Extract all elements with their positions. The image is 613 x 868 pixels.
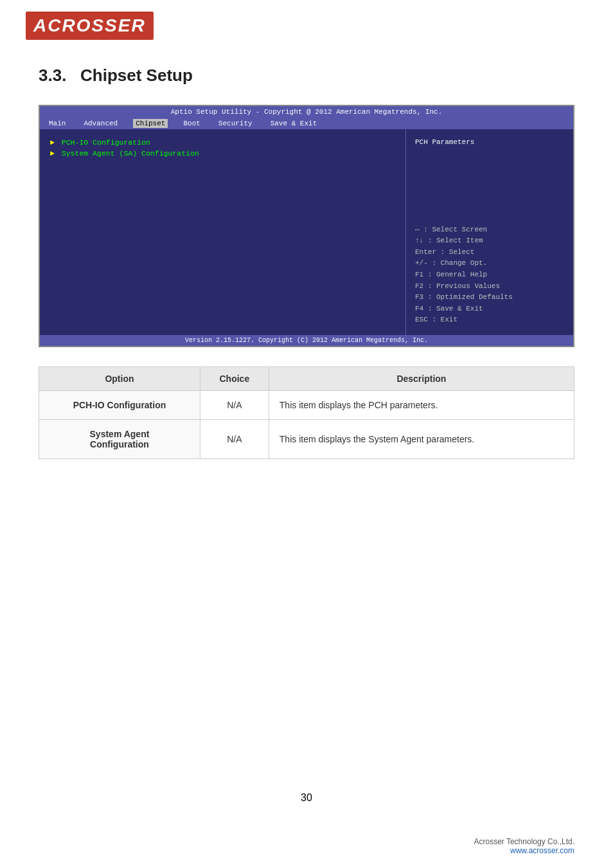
arrow-icon: ►	[50, 138, 55, 147]
bios-item-sa[interactable]: ► System Agent (SA) Configuration	[50, 149, 395, 158]
table-header-row: Option Choice Description	[39, 367, 574, 391]
bios-menu-bar: Main Advanced Chipset Boot Security Save…	[40, 118, 573, 129]
bios-item-pch[interactable]: ► PCH-IO Configuration	[50, 138, 395, 147]
bios-help-f4: F4 : Save & Exit	[415, 303, 564, 315]
page-number-area: 30	[0, 792, 613, 804]
bios-help-esc: ESC : Exit	[415, 314, 564, 326]
choice-pch: N/A	[200, 391, 269, 420]
bios-help-f1: F1 : General Help	[415, 269, 564, 281]
logo-text: ACROSSER	[33, 15, 146, 36]
col-header-option: Option	[39, 367, 200, 391]
bios-help-f3: F3 : Optimized Defaults	[415, 292, 564, 303]
bios-help-change-opt: +/- : Change Opt.	[415, 258, 564, 269]
bios-help-select-screen: ↔ : Select Screen	[415, 224, 564, 236]
description-sa: This item displays the System Agent para…	[269, 420, 574, 459]
option-pch: PCH-IO Configuration	[39, 391, 200, 420]
page-number: 30	[301, 792, 312, 803]
section-number: 3.3.	[39, 66, 66, 85]
option-sa: System Agent Configuration	[39, 420, 200, 459]
table-row: System Agent Configuration N/A This item…	[39, 420, 574, 459]
bios-help-f2: F2 : Previous Values	[415, 281, 564, 293]
bios-right-description: PCH Parameters	[415, 138, 564, 146]
bios-screen: Aptio Setup Utility - Copyright @ 2012 A…	[39, 105, 574, 347]
company-footer: Acrosser Technology Co.,Ltd. www.acrosse…	[474, 837, 574, 855]
data-table: Option Choice Description PCH-IO Configu…	[39, 366, 574, 459]
choice-sa: N/A	[200, 420, 269, 459]
bios-title-bar: Aptio Setup Utility - Copyright @ 2012 A…	[40, 106, 573, 118]
bios-body: ► PCH-IO Configuration ► System Agent (S…	[40, 129, 573, 335]
table-row: PCH-IO Configuration N/A This item displ…	[39, 391, 574, 420]
bios-help-enter: Enter : Select	[415, 247, 564, 258]
bios-right-panel: PCH Parameters ↔ : Select Screen ↑↓ : Se…	[406, 129, 573, 335]
bios-footer: Version 2.15.1227. Copyright (C) 2012 Am…	[40, 335, 573, 346]
logo: ACROSSER	[26, 12, 154, 40]
bios-help-section: ↔ : Select Screen ↑↓ : Select Item Enter…	[415, 224, 564, 326]
company-website: www.acrosser.com	[474, 846, 574, 855]
page-content: 3.3. Chipset Setup Aptio Setup Utility -…	[0, 46, 613, 511]
section-title: Chipset Setup	[80, 66, 193, 85]
logo-area: ACROSSER	[0, 0, 613, 46]
bios-menu-security[interactable]: Security	[216, 119, 255, 128]
bios-menu-main[interactable]: Main	[46, 119, 68, 128]
bios-menu-save-exit[interactable]: Save & Exit	[268, 119, 320, 128]
bios-help-select-item: ↑↓ : Select Item	[415, 235, 564, 247]
bios-menu-boot[interactable]: Boot	[181, 119, 202, 128]
bios-menu-advanced[interactable]: Advanced	[81, 119, 120, 128]
section-heading: 3.3. Chipset Setup	[39, 66, 574, 86]
arrow-icon-2: ►	[50, 149, 55, 158]
description-pch: This item displays the PCH parameters.	[269, 391, 574, 420]
col-header-choice: Choice	[200, 367, 269, 391]
company-name: Acrosser Technology Co.,Ltd.	[474, 837, 574, 846]
col-header-description: Description	[269, 367, 574, 391]
bios-left-panel: ► PCH-IO Configuration ► System Agent (S…	[40, 129, 406, 335]
bios-menu-chipset[interactable]: Chipset	[133, 119, 168, 128]
